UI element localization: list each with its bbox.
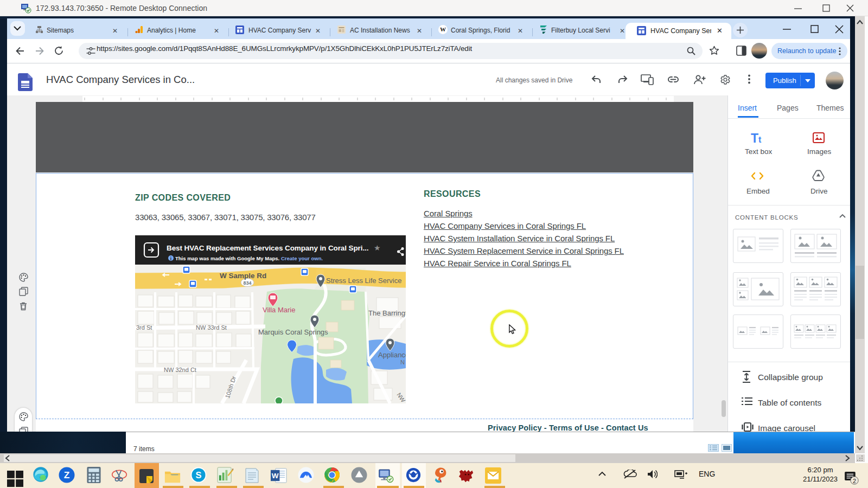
- svg-text:N: N: [400, 359, 405, 365]
- svg-text:Stress Less Life Service: Stress Less Life Service: [326, 277, 401, 285]
- svg-text:The Barringt: The Barringt: [368, 309, 406, 317]
- svg-text:W Sample Rd: W Sample Rd: [220, 272, 266, 280]
- svg-text:3rd St: 3rd St: [136, 324, 152, 331]
- svg-text:This map was made with Google: This map was made with Google My Maps.: [175, 255, 279, 261]
- svg-text:W: W: [272, 472, 279, 480]
- svg-text:Marquis Coral Springs: Marquis Coral Springs: [258, 328, 328, 336]
- svg-text:Best HVAC Replacement Services: Best HVAC Replacement Services Company i…: [167, 244, 368, 252]
- svg-text:i: i: [170, 256, 171, 261]
- svg-text:Appliance: Appliance: [378, 351, 406, 359]
- svg-text:NW 33rd St: NW 33rd St: [196, 324, 227, 331]
- svg-text:★: ★: [374, 243, 381, 252]
- svg-text:Villa Marie: Villa Marie: [263, 306, 295, 314]
- svg-text:Z: Z: [64, 470, 70, 480]
- svg-text:S: S: [196, 470, 202, 480]
- svg-text:2: 2: [853, 478, 856, 484]
- svg-text:Create your own.: Create your own.: [281, 255, 323, 261]
- svg-text:NW 32nd Ct: NW 32nd Ct: [164, 367, 196, 373]
- svg-text:834: 834: [243, 280, 251, 286]
